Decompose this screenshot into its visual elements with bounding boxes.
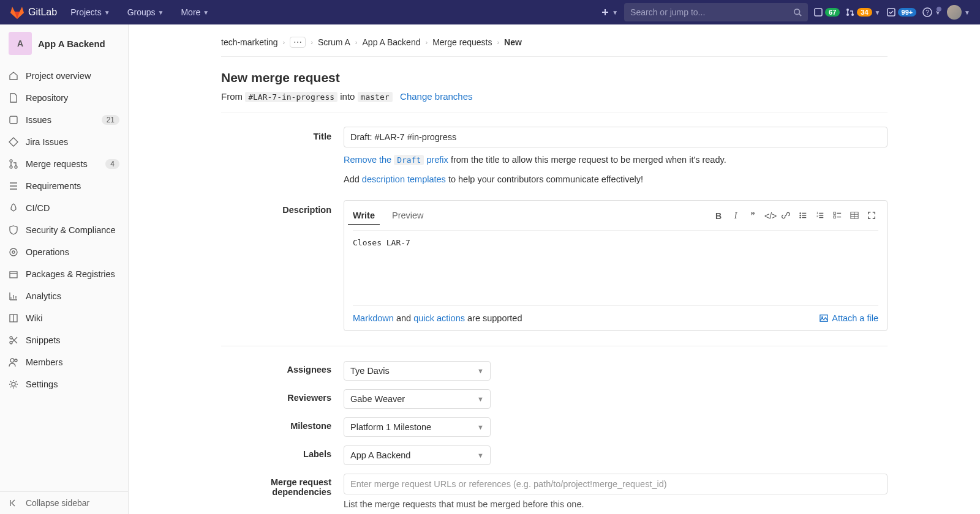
package-icon	[9, 269, 18, 279]
sidebar-item-requirements[interactable]: Requirements	[0, 175, 128, 197]
italic-button[interactable]: I	[730, 211, 741, 221]
chevron-down-icon: ▼	[477, 452, 484, 459]
project-name: App A Backend	[38, 39, 105, 49]
sidebar-item-label: Security & Compliance	[26, 225, 116, 235]
dependencies-helper: List the merge requests that must be mer…	[344, 499, 888, 509]
reviewers-row: Reviewers Gabe Weaver▼	[221, 389, 888, 409]
issues-counter[interactable]: 67	[814, 8, 840, 17]
title-label: Title	[221, 127, 344, 141]
title-input[interactable]	[344, 127, 888, 147]
quote-button[interactable]: ”	[747, 211, 758, 221]
sidebar-item-security[interactable]: Security & Compliance	[0, 219, 128, 241]
markdown-link[interactable]: Markdown	[353, 313, 394, 323]
crumb-ellipsis[interactable]: ⋯	[290, 37, 306, 48]
svg-rect-29	[834, 212, 836, 214]
sidebar-item-operations[interactable]: Operations	[0, 241, 128, 263]
crumb-project[interactable]: App A Backend	[363, 37, 421, 47]
reviewers-label: Reviewers	[221, 389, 344, 403]
remove-draft-link[interactable]: Remove the Draft prefix	[344, 155, 448, 165]
svg-point-6	[846, 13, 849, 16]
task-list-button[interactable]	[833, 211, 844, 221]
assignees-select[interactable]: Tye Davis▼	[344, 361, 491, 381]
description-textarea[interactable]	[353, 230, 878, 304]
milestone-select[interactable]: Platform 1 Milestone▼	[344, 417, 491, 437]
sidebar-item-analytics[interactable]: Analytics	[0, 285, 128, 307]
collapse-icon	[9, 498, 18, 508]
sidebar-item-label: Snippets	[26, 335, 60, 345]
milestone-label: Milestone	[221, 417, 344, 431]
shield-icon	[9, 225, 18, 235]
svg-point-14	[15, 166, 17, 168]
svg-text:?: ?	[925, 9, 929, 16]
svg-point-2	[794, 9, 800, 15]
chevron-down-icon: ▼	[477, 395, 484, 403]
search-input[interactable]	[630, 7, 793, 17]
chart-icon	[9, 291, 18, 301]
tab-write[interactable]: Write	[348, 207, 380, 225]
sidebar-item-members[interactable]: Members	[0, 351, 128, 373]
gitlab-logo[interactable]: GitLab	[10, 5, 57, 20]
quick-actions-link[interactable]: quick actions	[413, 313, 465, 323]
mr-badge: 34	[857, 8, 872, 17]
sidebar-item-overview[interactable]: Project overview	[0, 65, 128, 87]
crumb-tech-marketing[interactable]: tech-marketing	[221, 37, 278, 47]
description-templates-link[interactable]: description templates	[362, 174, 446, 184]
fullscreen-button[interactable]	[867, 211, 878, 221]
sidebar: A App A Backend Project overview Reposit…	[0, 24, 129, 514]
todos-counter[interactable]: 99+	[887, 8, 917, 17]
top-menu: Projects▼ Groups▼ More▼	[64, 4, 215, 21]
user-menu[interactable]: ▼	[947, 5, 970, 20]
bullet-list-button[interactable]	[799, 211, 810, 221]
change-branches-link[interactable]: Change branches	[400, 91, 472, 102]
menu-more[interactable]: More▼	[175, 4, 215, 21]
svg-point-24	[799, 212, 801, 214]
search-box[interactable]	[624, 3, 808, 21]
menu-groups[interactable]: Groups▼	[121, 4, 170, 21]
labels-row: Labels App A Backend▼	[221, 445, 888, 465]
svg-point-16	[12, 251, 15, 253]
svg-point-12	[10, 160, 12, 162]
svg-text:2: 2	[816, 214, 818, 217]
crumb-scrum-a[interactable]: Scrum A	[318, 37, 350, 47]
sidebar-item-jira[interactable]: Jira Issues	[0, 131, 128, 153]
chevron-down-icon: ▼	[477, 423, 484, 431]
sidebar-item-repository[interactable]: Repository	[0, 87, 128, 109]
attach-file-button[interactable]: Attach a file	[820, 313, 878, 323]
menu-projects[interactable]: Projects▼	[64, 4, 116, 21]
sidebar-item-label: Settings	[26, 379, 58, 389]
svg-point-22	[15, 359, 17, 362]
numbered-list-button[interactable]: 12	[816, 211, 827, 221]
svg-point-25	[799, 214, 801, 216]
sidebar-item-snippets[interactable]: Snippets	[0, 329, 128, 351]
sidebar-item-label: Issues	[26, 115, 51, 125]
scissors-icon	[9, 335, 18, 345]
description-editor: Write Preview B I ” </> 12	[344, 200, 888, 331]
dependencies-input[interactable]	[344, 474, 888, 494]
link-button[interactable]	[782, 211, 793, 221]
table-button[interactable]	[850, 211, 861, 221]
labels-select[interactable]: App A Backend▼	[344, 445, 491, 465]
tab-preview[interactable]: Preview	[387, 207, 429, 225]
mr-counter[interactable]: 34 ▼	[846, 8, 880, 17]
svg-point-13	[10, 166, 12, 168]
crumb-mr[interactable]: Merge requests	[432, 37, 492, 47]
chevron-down-icon: ▼	[477, 367, 484, 374]
help-button[interactable]: ? ▼	[922, 7, 941, 17]
chevron-down-icon: ▼	[203, 9, 209, 16]
code-button[interactable]: </>	[764, 211, 775, 221]
create-new-button[interactable]: ▼	[601, 8, 618, 17]
editor-toolbar: B I ” </> 12	[713, 211, 878, 221]
sidebar-item-cicd[interactable]: CI/CD	[0, 197, 128, 219]
assignees-label: Assignees	[221, 361, 344, 374]
sidebar-item-merge-requests[interactable]: Merge requests4	[0, 153, 128, 175]
collapse-sidebar[interactable]: Collapse sidebar	[0, 491, 128, 514]
sidebar-item-packages[interactable]: Packages & Registries	[0, 263, 128, 285]
book-icon	[9, 313, 18, 323]
sidebar-item-settings[interactable]: Settings	[0, 373, 128, 395]
project-context[interactable]: A App A Backend	[0, 24, 128, 62]
bold-button[interactable]: B	[713, 211, 724, 221]
sidebar-item-issues[interactable]: Issues21	[0, 109, 128, 131]
sidebar-item-wiki[interactable]: Wiki	[0, 307, 128, 329]
reviewers-select[interactable]: Gabe Weaver▼	[344, 389, 491, 409]
target-branch: master	[358, 92, 393, 102]
